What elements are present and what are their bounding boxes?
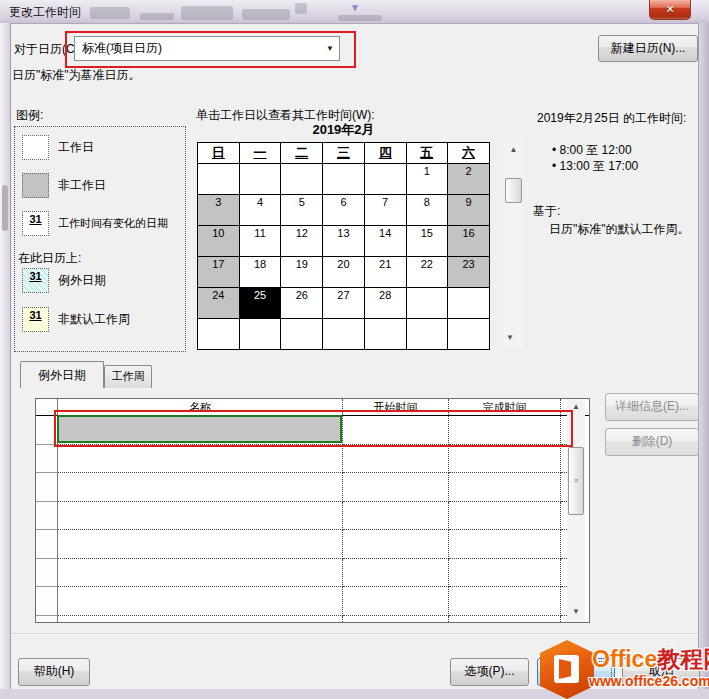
- calendar-day[interactable]: 10: [198, 226, 240, 257]
- legend-title: 图例:: [16, 107, 43, 124]
- calendar-day[interactable]: [281, 164, 323, 195]
- calendar-day[interactable]: 4: [239, 195, 281, 226]
- exception-cell[interactable]: [58, 616, 343, 624]
- calendar-day[interactable]: 8: [406, 195, 448, 226]
- new-calendar-button[interactable]: 新建日历(N)...: [598, 35, 698, 62]
- exception-cell[interactable]: [58, 502, 343, 531]
- bullet-icon: •: [552, 159, 556, 173]
- column-header-finish[interactable]: 完成时间: [449, 399, 561, 415]
- cancel-button[interactable]: 取消: [622, 658, 700, 686]
- details-button[interactable]: 详细信息(E)...: [605, 393, 699, 421]
- calendar-day[interactable]: 1: [406, 164, 448, 195]
- help-button[interactable]: 帮助(H): [18, 658, 90, 686]
- calendar-day[interactable]: [323, 319, 365, 350]
- calendar-day[interactable]: [364, 319, 406, 350]
- window-border-right: [698, 23, 709, 689]
- ok-button[interactable]: 确定: [537, 658, 615, 686]
- exception-cell[interactable]: [58, 445, 343, 474]
- exception-cell[interactable]: [449, 502, 561, 531]
- exception-cell[interactable]: [449, 416, 561, 445]
- table-scrollbar-thumb[interactable]: ≡: [568, 447, 584, 515]
- calendar-day[interactable]: 23: [448, 257, 490, 288]
- calendar-scrollbar-thumb[interactable]: [505, 178, 522, 203]
- exception-cell[interactable]: [449, 445, 561, 474]
- exception-cell[interactable]: [449, 473, 561, 502]
- calendar-day[interactable]: [406, 288, 448, 319]
- calendar-day[interactable]: [239, 319, 281, 350]
- chevron-down-icon[interactable]: ▼: [321, 44, 339, 53]
- calendar-day[interactable]: 17: [198, 257, 240, 288]
- calendar-day[interactable]: 3: [198, 195, 240, 226]
- exception-cell[interactable]: [343, 416, 449, 445]
- exception-cell[interactable]: [58, 587, 343, 616]
- calendar-day[interactable]: 9: [448, 195, 490, 226]
- calendar-scrollbar[interactable]: ▲: [504, 142, 523, 347]
- exception-cell[interactable]: [343, 502, 449, 531]
- close-button[interactable]: ✕: [649, 0, 691, 20]
- calendar-day[interactable]: 16: [448, 226, 490, 257]
- calendar-day[interactable]: 5: [281, 195, 323, 226]
- exception-cell[interactable]: [58, 530, 343, 559]
- calendar-day[interactable]: 25: [239, 288, 281, 319]
- ghost-dropdown-icon: ▼: [350, 2, 360, 13]
- calendar-day[interactable]: [198, 319, 240, 350]
- exception-cell[interactable]: [343, 616, 449, 624]
- delete-button[interactable]: 删除(D): [605, 428, 699, 456]
- exception-cell[interactable]: [58, 559, 343, 588]
- exception-cell[interactable]: [449, 559, 561, 588]
- calendar-day[interactable]: 22: [406, 257, 448, 288]
- calendar-day[interactable]: 27: [323, 288, 365, 319]
- window-title: 更改工作时间: [9, 4, 81, 21]
- tab-exceptions[interactable]: 例外日期: [20, 361, 104, 388]
- calendar-day[interactable]: 12: [281, 226, 323, 257]
- calendar-day[interactable]: 28: [364, 288, 406, 319]
- calendar-day[interactable]: [448, 319, 490, 350]
- exception-cell[interactable]: [343, 530, 449, 559]
- exception-cell[interactable]: [58, 473, 343, 502]
- calendar-day[interactable]: [323, 164, 365, 195]
- scroll-down-icon[interactable]: ▼: [572, 604, 580, 620]
- calendar-day[interactable]: 13: [323, 226, 365, 257]
- column-header-name[interactable]: 名称: [58, 399, 343, 415]
- calendar-day[interactable]: [406, 319, 448, 350]
- exception-row: [36, 445, 589, 474]
- calendar-day[interactable]: 21: [364, 257, 406, 288]
- calendar-day[interactable]: 11: [239, 226, 281, 257]
- calendar-day[interactable]: [239, 164, 281, 195]
- calendar-day[interactable]: [364, 164, 406, 195]
- calendar-day[interactable]: 14: [364, 226, 406, 257]
- calendar-day[interactable]: [281, 319, 323, 350]
- selected-name-cell[interactable]: [57, 415, 342, 443]
- scroll-up-icon[interactable]: ▲: [510, 142, 518, 158]
- calendar-day[interactable]: 19: [281, 257, 323, 288]
- calendar-day[interactable]: 7: [364, 195, 406, 226]
- titlebar-ghost: [242, 9, 290, 20]
- column-header-start[interactable]: 开始时间: [343, 399, 449, 415]
- titlebar[interactable]: ▼: [0, 0, 709, 24]
- calendar-select-value: 标准(项目日历): [75, 40, 321, 57]
- calendar-day[interactable]: 6: [323, 195, 365, 226]
- calendar-day[interactable]: 2: [448, 164, 490, 195]
- exception-cell[interactable]: [449, 616, 561, 624]
- exception-cell[interactable]: [449, 530, 561, 559]
- exception-cell[interactable]: [449, 587, 561, 616]
- calendar-day[interactable]: 15: [406, 226, 448, 257]
- exception-cell[interactable]: [343, 473, 449, 502]
- exception-cell[interactable]: [343, 559, 449, 588]
- options-button[interactable]: 选项(P)...: [450, 658, 529, 686]
- calendar-day[interactable]: 18: [239, 257, 281, 288]
- exception-cell[interactable]: [343, 445, 449, 474]
- tab-workweeks[interactable]: 工作周: [104, 365, 152, 388]
- for-calendar-label: 对于日历(C):: [14, 41, 82, 58]
- calendar-day[interactable]: 24: [198, 288, 240, 319]
- calendar-day[interactable]: [448, 288, 490, 319]
- scroll-down-icon[interactable]: ▼: [506, 330, 514, 346]
- worktime-item: • 8:00 至 12:00: [552, 142, 632, 159]
- table-scrollbar[interactable]: ▲ ≡: [567, 399, 585, 622]
- scroll-up-icon[interactable]: ▲: [572, 399, 580, 415]
- calendar-day[interactable]: 26: [281, 288, 323, 319]
- calendar-day[interactable]: 20: [323, 257, 365, 288]
- exception-cell[interactable]: [343, 587, 449, 616]
- calendar-select[interactable]: 标准(项目日历) ▼: [74, 36, 340, 61]
- calendar-day[interactable]: [198, 164, 240, 195]
